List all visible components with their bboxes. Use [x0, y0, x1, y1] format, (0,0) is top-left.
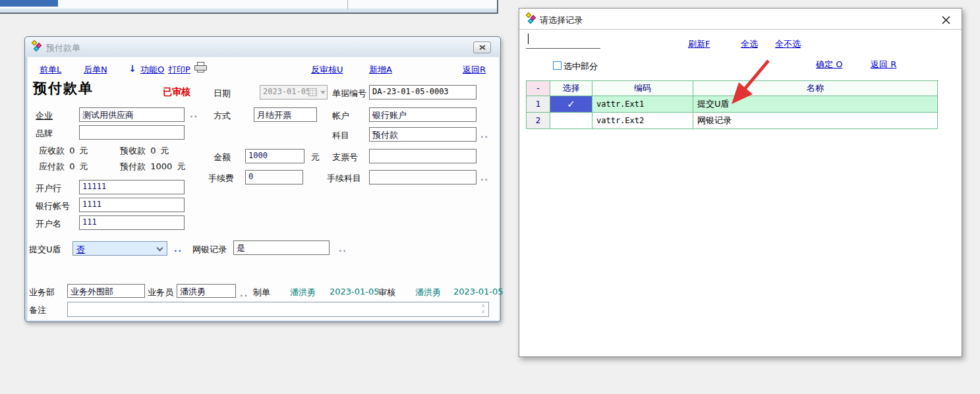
method-label: 方式	[214, 110, 231, 122]
row-select-cell[interactable]: ✓	[550, 96, 592, 113]
row-name[interactable]: 网银记录	[693, 113, 938, 129]
select-none-link[interactable]: 全不选	[775, 38, 801, 50]
header-index[interactable]: -	[527, 81, 550, 96]
prev-doc-button[interactable]: 前单L	[40, 64, 61, 76]
select-all-link[interactable]: 全选	[741, 38, 758, 50]
doc-no-label: 单据编号	[332, 88, 366, 99]
brand-field[interactable]	[79, 125, 185, 140]
amount-field[interactable]: 1000	[245, 149, 304, 163]
header-select[interactable]: 选择	[550, 81, 592, 96]
account-name-label: 开户名	[36, 218, 61, 230]
ok-link[interactable]: 确定 O	[816, 59, 842, 70]
doc-no-field[interactable]: DA-23-01-05-0003	[369, 85, 476, 99]
remark-field[interactable]: ∧ ∨	[67, 302, 489, 317]
receivable-summary: 应收款 0 元	[39, 145, 88, 157]
fee-subject-field[interactable]	[369, 170, 476, 184]
partial-select-label: 选中部分	[563, 61, 598, 72]
maker-name: 潘洪勇	[290, 287, 316, 298]
add-new-button[interactable]: 新增A	[369, 64, 392, 76]
next-doc-button[interactable]: 后单N	[84, 64, 107, 76]
row-code[interactable]: vattr.Ext1	[592, 96, 693, 113]
calendar-icon[interactable]	[308, 88, 317, 96]
pre-receive-summary: 预收款 0 元	[120, 145, 169, 157]
partial-select-checkbox[interactable]	[553, 61, 562, 70]
account-name-field[interactable]: 111	[79, 215, 185, 230]
amount-label: 金额	[214, 152, 231, 163]
auditor-name: 潘洪勇	[415, 287, 441, 298]
form-title: 预付款单	[33, 79, 94, 98]
close-icon	[942, 16, 950, 24]
payable-summary: 应付款 0 元	[39, 161, 88, 173]
ebank-browse-dots[interactable]: ..	[339, 244, 347, 254]
fee-field[interactable]: 0	[245, 170, 303, 184]
prepayment-titlebar[interactable]: 预付款单	[25, 37, 500, 57]
account-field[interactable]: 银行账户	[369, 107, 476, 122]
remark-scroll-up-icon[interactable]: ∧	[479, 304, 487, 308]
payable-label: 应付款	[39, 161, 65, 171]
company-field[interactable]: 测试用供应商	[79, 107, 185, 122]
ushield-value: 否	[76, 244, 85, 256]
row-code[interactable]: vattr.Ext2	[592, 113, 693, 129]
ebank-field[interactable]: 是	[233, 240, 330, 255]
back-link[interactable]: 返回 R	[871, 59, 896, 70]
close-button[interactable]	[473, 42, 491, 53]
bank-account-field[interactable]: 1111	[79, 198, 185, 212]
prepay-summary: 预付款 1000 元	[120, 161, 185, 173]
ebank-label: 网银记录	[192, 244, 227, 256]
table-row[interactable]: 2 vattr.Ext2 网银记录	[527, 113, 938, 129]
fee-subject-label: 手续科目	[327, 173, 361, 184]
ushield-browse-dots[interactable]: ..	[174, 244, 183, 254]
ushield-combobox[interactable]: 否	[72, 241, 167, 256]
dialog-titlebar[interactable]: 请选择记录	[519, 9, 962, 30]
fee-subject-browse-dots[interactable]: ..	[480, 173, 489, 183]
auditor-label: 审核	[378, 287, 395, 298]
date-dropdown-arrow-icon[interactable]	[320, 91, 326, 94]
pre-receive-label: 预收款	[120, 146, 146, 155]
background-divider	[347, 0, 348, 9]
dialog-diamonds-icon	[526, 13, 537, 24]
prepay-unit: 元	[177, 161, 185, 171]
header-code[interactable]: 编码	[592, 81, 693, 96]
printer-icon[interactable]	[194, 62, 208, 73]
prepayment-form: 前单L 后单N ↓ 功能O 打印P 反审核U 新增A 返回R 预付款单 已审核 …	[27, 57, 500, 321]
bank-account-label: 银行帐号	[36, 200, 70, 212]
function-button[interactable]: 功能O	[140, 64, 164, 76]
account-label: 帐户	[332, 110, 349, 122]
remark-scroll-down-icon[interactable]: ∨	[479, 310, 487, 314]
dept-label: 业务部	[29, 287, 55, 298]
return-button[interactable]: 返回R	[463, 64, 486, 76]
audit-date: 2023-01-05	[453, 287, 504, 296]
salesman-field[interactable]: 潘洪勇	[177, 284, 236, 298]
combo-chevron-down-icon[interactable]	[157, 245, 163, 252]
check-no-field[interactable]	[369, 149, 476, 163]
prepay-value: 1000	[150, 161, 172, 171]
pre-receive-unit: 元	[161, 146, 169, 155]
remark-label: 备注	[29, 304, 46, 316]
company-browse-dots[interactable]: ..	[190, 110, 198, 119]
row-number: 2	[527, 113, 550, 129]
window-title: 预付款单	[46, 42, 80, 54]
background-window-frame	[0, 9, 497, 13]
subject-field[interactable]: 预付款	[369, 127, 476, 142]
prepay-label: 预付款	[120, 161, 146, 171]
date-label: 日期	[214, 88, 231, 99]
company-label-link[interactable]: 企业	[36, 110, 53, 122]
bank-label: 开户行	[36, 183, 61, 194]
background-selected-tab[interactable]	[0, 0, 58, 7]
dept-field[interactable]: 业务外围部	[67, 284, 145, 298]
brand-label: 品牌	[36, 128, 53, 140]
fee-label: 手续费	[208, 173, 234, 184]
bank-field[interactable]: 11111	[79, 180, 185, 194]
maker-label: 制单	[253, 287, 270, 298]
print-button[interactable]: 打印P	[168, 64, 190, 76]
amount-unit: 元	[311, 152, 320, 163]
subject-browse-dots[interactable]: ..	[480, 130, 489, 140]
row-select-cell[interactable]	[550, 113, 592, 129]
dialog-close-button[interactable]	[940, 14, 951, 25]
salesman-browse-dots[interactable]: ..	[240, 289, 248, 298]
date-field[interactable]: 2023-01-05	[260, 85, 328, 99]
refresh-link[interactable]: 刷新F	[688, 38, 710, 50]
method-field[interactable]: 月结开票	[254, 107, 317, 122]
unapprove-button[interactable]: 反审核U	[311, 64, 343, 76]
dialog-title: 请选择记录	[540, 14, 583, 26]
